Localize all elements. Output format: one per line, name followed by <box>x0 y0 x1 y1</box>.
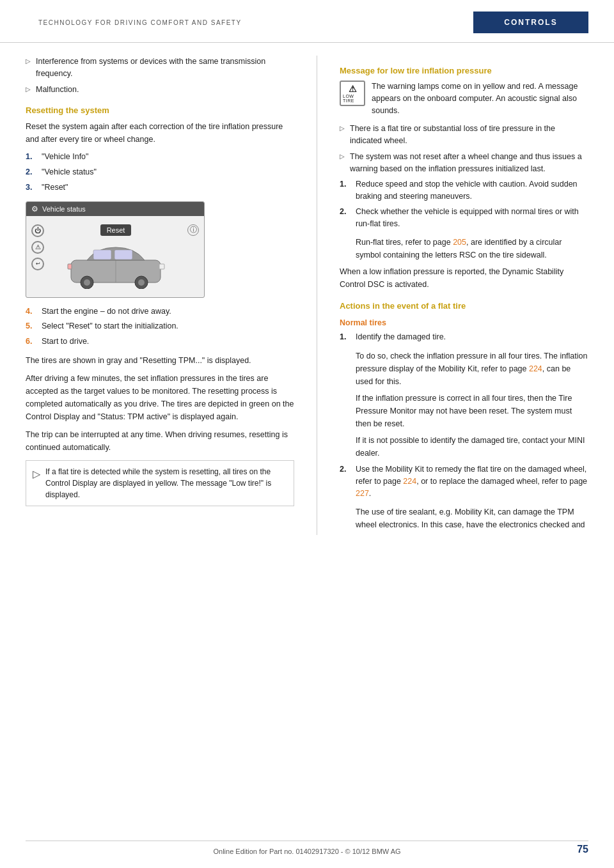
vehicle-status-box: ⚙ Vehicle status ⏻ ⚠ ↩ Reset <box>26 201 205 298</box>
r-bullet-item-2: ▷ The system was not reset after a wheel… <box>340 151 588 175</box>
note-text: If a flat tire is detected while the sys… <box>45 466 287 500</box>
svg-rect-2 <box>114 250 132 260</box>
step-1: 1. "Vehicle Info" <box>26 151 294 163</box>
car-svg <box>65 241 167 289</box>
step-5-num: 5. <box>26 320 38 332</box>
header-bar: TECHNOLOGY FOR DRIVING COMFORT AND SAFET… <box>0 0 614 43</box>
vs-icon-info: ⓘ <box>187 224 199 236</box>
r-step-1-num: 1. <box>340 178 352 190</box>
step2-link1[interactable]: 224 <box>403 477 416 486</box>
run-flat-text: Run-flat tires, refer to page 205, are i… <box>356 236 588 261</box>
low-tire-icon: ⚠ LOW TIRE <box>340 81 365 106</box>
page-number: 75 <box>577 844 588 855</box>
reset-button[interactable]: Reset <box>100 224 132 236</box>
step-3-text: "Reset" <box>42 182 68 194</box>
more-steps-list: 4. Start the engine – do not drive away.… <box>26 306 294 348</box>
run-flat-link[interactable]: 205 <box>453 238 466 247</box>
actions-heading: Actions in the event of a flat tire <box>340 301 588 311</box>
step-3-num: 3. <box>26 182 38 194</box>
vs-title-bar: ⚙ Vehicle status <box>26 202 204 216</box>
left-column: ▷ Interference from systems or devices w… <box>26 56 294 535</box>
step-4-text: Start the engine – do not drive away. <box>42 306 171 318</box>
column-divider <box>317 56 317 535</box>
nt-step-2-num: 2. <box>340 463 352 476</box>
bullet-arrow-2: ▷ <box>26 84 31 94</box>
normal-tires-steps: 1. Identify the damaged tire. <box>340 331 588 343</box>
step-6-text: Start to drive. <box>42 336 89 348</box>
bullet-item-2: ▷ Malfunction. <box>26 84 294 96</box>
bullet-text-1: Interference from systems or devices wit… <box>36 56 294 80</box>
r-bullet-text-1: There is a flat tire or substantial loss… <box>350 123 588 147</box>
footer-text: Online Edition for Part no. 01402917320 … <box>213 848 400 855</box>
identify-para-1: To do so, check the inflation pressure i… <box>356 350 588 388</box>
low-tire-description: The warning lamps come on in yellow and … <box>372 81 588 116</box>
vs-icon-settings: ↩ <box>31 258 44 270</box>
message-heading: Message for low tire inflation pressure <box>340 66 588 75</box>
identify-link-1[interactable]: 224 <box>529 364 542 373</box>
identify-para-3: If it is not possible to identify the da… <box>356 434 588 460</box>
normal-tires-heading: Normal tires <box>340 318 588 327</box>
nt-step-2-text: Use the Mobility Kit to remedy the flat … <box>356 463 588 499</box>
vs-gear-icon: ⚙ <box>31 205 38 213</box>
header-left-text: TECHNOLOGY FOR DRIVING COMFORT AND SAFET… <box>26 13 255 33</box>
nt-step-1-num: 1. <box>340 331 352 343</box>
step-6-num: 6. <box>26 336 38 348</box>
header-controls-label: CONTROLS <box>504 18 557 27</box>
step-3: 3. "Reset" <box>26 182 294 194</box>
trip-interrupted-text: The trip can be interrupted at any time.… <box>26 428 294 454</box>
svg-rect-1 <box>93 250 111 260</box>
tires-shown-text: The tires are shown in gray and "Resetti… <box>26 354 294 367</box>
nt-step2-list: 2. Use the Mobility Kit to remedy the fl… <box>340 463 588 499</box>
step-2-num: 2. <box>26 166 38 178</box>
low-tire-label: LOW TIRE <box>343 94 362 103</box>
warning-symbol: ⚠ <box>349 84 357 94</box>
bullet-text-2: Malfunction. <box>36 84 79 96</box>
reset-steps-list: 1. "Vehicle Info" 2. "Vehicle status" 3.… <box>26 151 294 193</box>
step-5-text: Select "Reset" to start the initializati… <box>42 320 178 332</box>
sealant-text: The use of tire sealant, e.g. Mobility K… <box>356 506 588 531</box>
vs-icon-power: ⏻ <box>31 224 44 237</box>
nt-step-2: 2. Use the Mobility Kit to remedy the fl… <box>340 463 588 499</box>
r-step-2-num: 2. <box>340 206 352 218</box>
step-5: 5. Select "Reset" to start the initializ… <box>26 320 294 332</box>
step-1-text: "Vehicle Info" <box>42 151 89 163</box>
r-step-2: 2. Check whether the vehicle is equipped… <box>340 206 588 230</box>
step-6: 6. Start to drive. <box>26 336 294 348</box>
page-container: TECHNOLOGY FOR DRIVING COMFORT AND SAFET… <box>0 0 614 868</box>
low-inflation-text: When a low inflation pressure is reporte… <box>340 265 588 291</box>
r-bullet-item-1: ▷ There is a flat tire or substantial lo… <box>340 123 588 147</box>
step-2-text: "Vehicle status" <box>42 166 97 178</box>
svg-point-6 <box>138 279 145 286</box>
r-step-1-text: Reduce speed and stop the vehicle with c… <box>356 178 588 203</box>
step2-link2[interactable]: 227 <box>356 489 369 498</box>
page-footer: Online Edition for Part no. 01402917320 … <box>26 841 588 855</box>
note-arrow-icon: ▷ <box>33 467 40 482</box>
bullet-arrow-1: ▷ <box>26 56 31 66</box>
r-step-2-text: Check whether the vehicle is equipped wi… <box>356 206 588 230</box>
identify-para-2: If the inflation pressure is correct in … <box>356 392 588 430</box>
bullet-item-1: ▷ Interference from systems or devices w… <box>26 56 294 80</box>
step-2: 2. "Vehicle status" <box>26 166 294 178</box>
low-tire-icon-box: ⚠ LOW TIRE The warning lamps come on in … <box>340 81 588 116</box>
vs-icon-warning: ⚠ <box>31 241 44 254</box>
r-bullet-text-2: The system was not reset after a wheel c… <box>350 151 588 175</box>
svg-rect-8 <box>159 264 164 269</box>
svg-rect-9 <box>68 264 72 269</box>
step-4: 4. Start the engine – do not drive away. <box>26 306 294 318</box>
r-steps-list: 1. Reduce speed and stop the vehicle wit… <box>340 178 588 229</box>
nt-step-1-text: Identify the damaged tire. <box>356 331 446 343</box>
step-4-num: 4. <box>26 306 38 318</box>
r-bullet-arrow-1: ▷ <box>340 123 345 133</box>
r-step-1: 1. Reduce speed and stop the vehicle wit… <box>340 178 588 203</box>
nt-step-1: 1. Identify the damaged tire. <box>340 331 588 343</box>
content-area: ▷ Interference from systems or devices w… <box>0 56 614 535</box>
right-column: Message for low tire inflation pressure … <box>340 56 588 535</box>
vs-title-text: Vehicle status <box>42 205 86 213</box>
r-bullet-arrow-2: ▷ <box>340 151 345 161</box>
svg-point-4 <box>84 279 90 286</box>
after-driving-text: After driving a few minutes, the set inf… <box>26 372 294 423</box>
resetting-body: Reset the system again after each correc… <box>26 120 294 146</box>
note-box: ▷ If a flat tire is detected while the s… <box>26 460 294 506</box>
step-1-num: 1. <box>26 151 38 163</box>
resetting-heading: Resetting the system <box>26 105 294 115</box>
